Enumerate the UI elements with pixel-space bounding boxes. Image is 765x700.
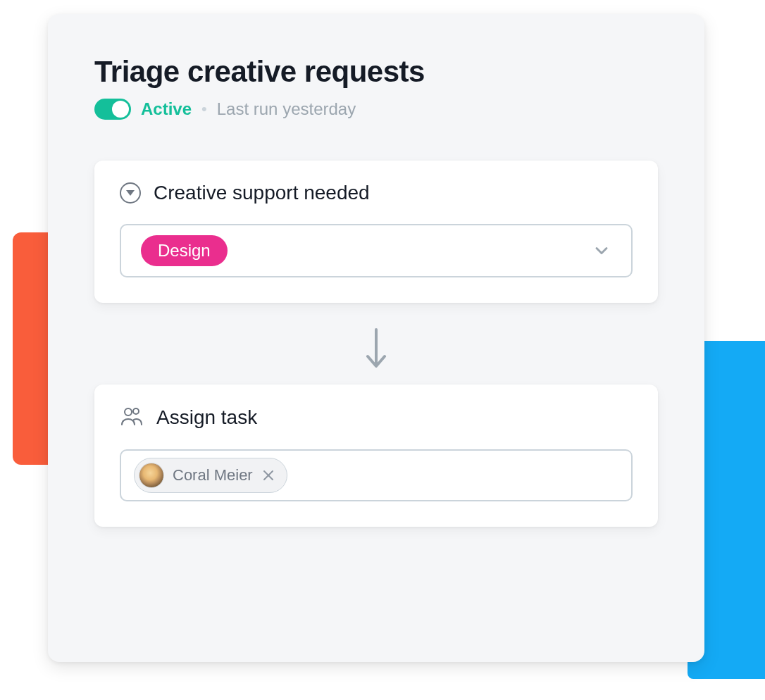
trigger-card: Creative support needed Design	[94, 161, 658, 303]
separator-dot: •	[201, 100, 207, 118]
svg-point-2	[133, 408, 139, 414]
people-icon	[120, 406, 144, 430]
remove-assignee-button[interactable]	[261, 468, 275, 482]
action-card-header: Assign task	[120, 406, 633, 430]
assignee-field[interactable]: Coral Meier	[120, 449, 633, 501]
page-title: Triage creative requests	[94, 55, 658, 89]
collapse-toggle-icon[interactable]	[120, 182, 141, 204]
active-toggle[interactable]	[94, 99, 131, 120]
status-row: Active • Last run yesterday	[94, 99, 658, 120]
triangle-down-icon	[126, 190, 135, 196]
flow-arrow	[94, 327, 658, 370]
chevron-down-icon	[592, 241, 611, 261]
rule-panel: Triage creative requests Active • Last r…	[48, 14, 704, 662]
status-active-label: Active	[141, 99, 192, 119]
action-card-title: Assign task	[156, 406, 257, 429]
trigger-card-title: Creative support needed	[154, 182, 370, 204]
selected-option-chip: Design	[141, 235, 228, 266]
option-select[interactable]: Design	[120, 224, 633, 277]
svg-point-1	[125, 408, 132, 415]
action-card: Assign task Coral Meier	[94, 385, 658, 527]
assignee-name: Coral Meier	[173, 466, 253, 485]
toggle-knob	[112, 101, 129, 118]
close-icon	[262, 469, 275, 482]
assignee-chip: Coral Meier	[134, 458, 287, 493]
avatar	[139, 463, 164, 488]
arrow-down-icon	[362, 327, 390, 370]
trigger-card-header: Creative support needed	[120, 182, 633, 204]
last-run-text: Last run yesterday	[217, 99, 356, 119]
